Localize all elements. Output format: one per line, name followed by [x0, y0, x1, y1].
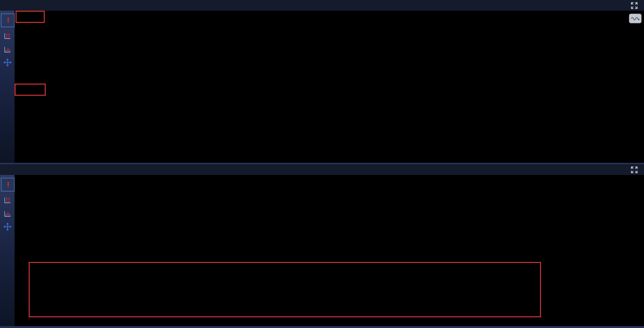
vibration-analysis-app	[0, 0, 644, 328]
peak-marks-tool-button[interactable]	[1, 44, 14, 55]
mini-wave-icon	[631, 17, 640, 21]
harmonic-cursor-icon	[3, 196, 12, 205]
single-cursor-icon	[3, 180, 12, 189]
peak-marks-tool-button[interactable]	[1, 208, 14, 220]
harmonic-cursor-tool-button[interactable]	[1, 30, 14, 42]
harmonic-cursor-tool-button[interactable]	[1, 194, 14, 206]
pan-tool-button[interactable]	[1, 56, 14, 68]
cursor-tool-button[interactable]	[1, 14, 15, 27]
expand-icon[interactable]	[629, 1, 639, 10]
spectrum-panel-toolbar	[0, 175, 15, 327]
before-repair-region-box	[29, 262, 541, 317]
time-panel-toolbar	[0, 11, 15, 163]
cursor-tool-button[interactable]	[1, 178, 15, 191]
waveform-thumbnail-button[interactable]	[629, 14, 642, 23]
expand-icon[interactable]	[629, 166, 639, 174]
single-cursor-icon	[3, 16, 12, 25]
harmonic-cursor-icon	[3, 32, 12, 40]
peak-bars-icon	[3, 209, 12, 218]
spectrum-panel-header	[0, 164, 644, 175]
time-panel-header	[0, 0, 644, 11]
time-plot-area[interactable]	[15, 11, 644, 163]
peak-bars-icon	[3, 45, 12, 54]
bottom-border	[0, 326, 644, 328]
pan-move-icon	[3, 222, 12, 231]
ymax-annotation-box	[16, 11, 45, 23]
panel-separator	[0, 163, 644, 164]
pan-tool-button[interactable]	[1, 221, 14, 232]
ymax2-annotation-box	[15, 84, 46, 96]
pan-move-icon	[3, 58, 12, 67]
